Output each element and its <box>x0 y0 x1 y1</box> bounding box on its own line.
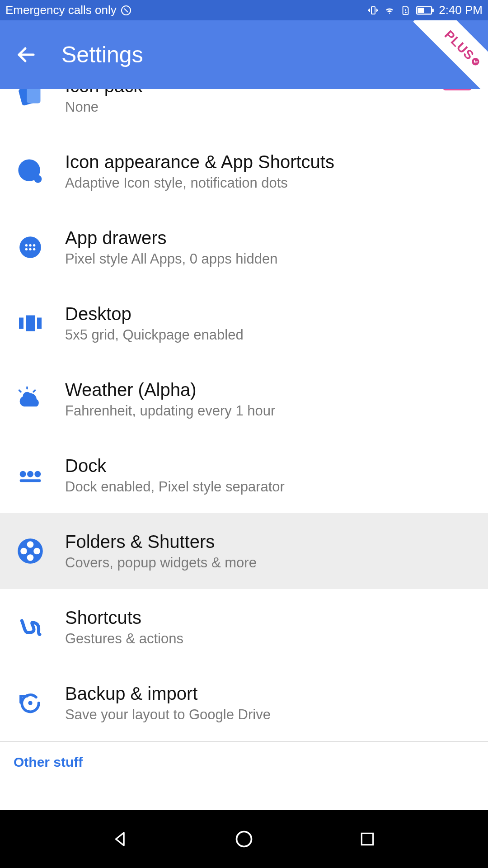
back-button[interactable] <box>14 42 39 67</box>
app-drawers-icon <box>14 231 47 264</box>
settings-list[interactable]: Icon pack None NEW Icon appearance & App… <box>0 89 488 810</box>
svg-point-27 <box>20 471 26 477</box>
dock-icon <box>14 458 47 492</box>
settings-item-title: Folders & Shutters <box>65 532 474 552</box>
folders-icon <box>14 534 47 568</box>
svg-point-33 <box>236 832 251 847</box>
svg-rect-21 <box>26 316 35 331</box>
svg-rect-30 <box>20 479 41 482</box>
backup-icon <box>14 686 47 720</box>
statusbar-left: Emergency calls only <box>5 3 132 17</box>
icon-pack-icon <box>14 89 47 112</box>
no-service-icon <box>120 5 132 16</box>
settings-item-subtitle: Dock enabled, Pixel style separator <box>65 479 474 495</box>
svg-point-32 <box>28 701 32 705</box>
svg-point-3 <box>405 12 406 13</box>
settings-item-title: Dock <box>65 456 474 476</box>
settings-item-title: App drawers <box>65 228 474 248</box>
settings-item-subtitle: Fahrenheit, updating every 1 hour <box>65 403 474 419</box>
desktop-icon <box>14 307 47 340</box>
settings-item-dock[interactable]: Dock Dock enabled, Pixel style separator <box>0 437 488 513</box>
settings-item-title: Backup & import <box>65 684 474 704</box>
nav-recents-button[interactable] <box>354 826 380 852</box>
weather-icon <box>14 382 47 416</box>
svg-line-25 <box>19 390 21 392</box>
svg-point-28 <box>27 471 33 477</box>
vibrate-icon <box>367 5 379 16</box>
svg-rect-20 <box>19 318 23 329</box>
svg-point-13 <box>19 236 41 258</box>
settings-item-subtitle: Adaptive Icon style, notification dots <box>65 175 474 191</box>
settings-item-subtitle: 5x5 grid, Quickpage enabled <box>65 327 474 343</box>
carrier-text: Emergency calls only <box>5 3 117 17</box>
svg-point-19 <box>33 248 35 250</box>
nav-back-button[interactable] <box>108 826 134 852</box>
settings-item-folders-shutters[interactable]: Folders & Shutters Covers, popup widgets… <box>0 513 488 589</box>
clock-text: 2:40 PM <box>439 3 483 17</box>
plus-ribbon-label: PLUS <box>441 28 477 63</box>
statusbar-right: 2:40 PM <box>367 3 483 17</box>
settings-item-subtitle: Save your layout to Google Drive <box>65 707 474 723</box>
settings-item-title: Icon appearance & App Shortcuts <box>65 152 474 172</box>
svg-point-15 <box>29 244 31 246</box>
settings-item-backup-import[interactable]: Backup & import Save your layout to Goog… <box>0 665 488 741</box>
svg-rect-1 <box>371 7 375 14</box>
settings-item-desktop[interactable]: Desktop 5x5 grid, Quickpage enabled <box>0 285 488 361</box>
svg-rect-34 <box>362 833 373 844</box>
svg-point-16 <box>33 244 35 246</box>
settings-item-icon-appearance[interactable]: Icon appearance & App Shortcuts Adaptive… <box>0 133 488 209</box>
sim-alert-icon <box>400 5 412 16</box>
svg-point-17 <box>25 248 28 250</box>
new-badge: NEW <box>443 89 472 90</box>
plus-ribbon[interactable]: PLUS <box>411 20 488 97</box>
svg-point-18 <box>29 248 31 250</box>
appbar: Settings PLUS <box>0 20 488 89</box>
svg-point-14 <box>25 244 28 246</box>
settings-item-title: Desktop <box>65 304 474 324</box>
svg-line-26 <box>33 390 35 392</box>
battery-icon <box>416 5 434 16</box>
statusbar: Emergency calls only 2:40 PM <box>0 0 488 20</box>
settings-item-weather[interactable]: Weather (Alpha) Fahrenheit, updating eve… <box>0 361 488 437</box>
section-header-other: Other stuff <box>0 741 488 775</box>
nav-home-button[interactable] <box>231 826 257 852</box>
settings-item-subtitle: Covers, popup widgets & more <box>65 555 474 571</box>
settings-item-app-drawers[interactable]: App drawers Pixel style All Apps, 0 apps… <box>0 209 488 285</box>
svg-rect-10 <box>27 89 41 104</box>
svg-point-12 <box>34 175 42 183</box>
svg-rect-6 <box>432 9 434 12</box>
svg-point-29 <box>34 471 41 477</box>
icon-appearance-icon <box>14 155 47 188</box>
page-title: Settings <box>61 42 143 68</box>
settings-item-subtitle: None <box>65 99 425 115</box>
settings-item-title: Shortcuts <box>65 608 474 628</box>
shortcuts-icon <box>14 610 47 644</box>
wifi-icon <box>384 5 395 16</box>
settings-item-subtitle: Pixel style All Apps, 0 apps hidden <box>65 251 474 267</box>
settings-item-icon-pack[interactable]: Icon pack None NEW <box>0 89 488 133</box>
settings-item-shortcuts[interactable]: Shortcuts Gestures & actions <box>0 589 488 665</box>
svg-rect-5 <box>418 8 424 13</box>
svg-rect-22 <box>37 318 42 329</box>
system-nav-bar <box>0 810 488 868</box>
settings-item-subtitle: Gestures & actions <box>65 631 474 647</box>
settings-item-title: Icon pack <box>65 89 425 96</box>
settings-item-title: Weather (Alpha) <box>65 380 474 400</box>
